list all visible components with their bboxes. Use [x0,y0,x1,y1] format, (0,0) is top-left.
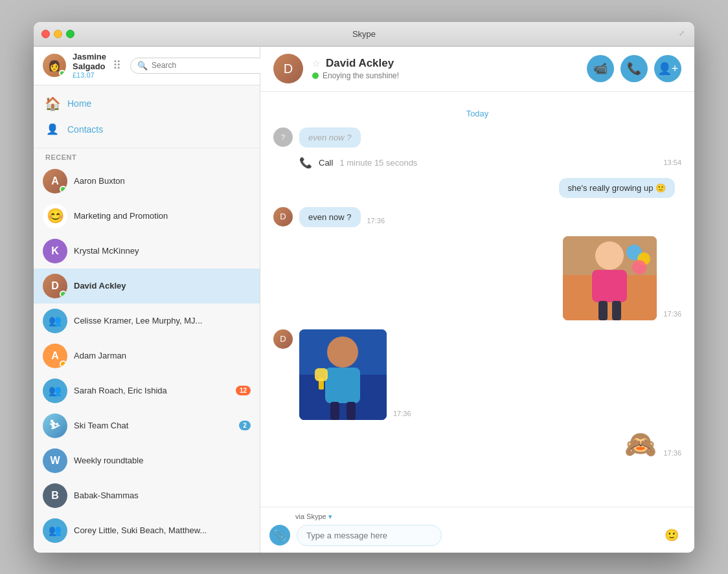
chat-username-row: ☆ David Ackley [312,57,578,70]
search-box[interactable]: 🔍 [130,58,273,74]
status-dot-adam [60,360,67,368]
contact-avatar-marketing: 😊 [43,204,67,228]
maximize-button[interactable] [66,30,74,38]
contact-name-ski: Ski Team Chat [74,421,233,430]
svg-point-2 [595,241,624,270]
contact-avatar-babak: B [43,483,67,508]
contact-item-krystal[interactable]: K Krystal McKinney [34,234,260,269]
contact-avatar-celisse: 👥 [43,309,67,333]
via-skype: via Skype ▾ [269,513,685,521]
status-dot-david [60,291,67,298]
svg-rect-12 [325,368,360,403]
contact-name-corey: Corey Little, Suki Beach, Matthew... [74,525,251,535]
contact-avatar-david: D [43,274,67,298]
contact-avatar-krystal: K [43,239,67,263]
msg-avatar-david2: D [273,329,293,349]
search-icon: 🔍 [137,61,148,71]
video-call-button[interactable]: 📹 [587,55,614,82]
contact-item-aaron[interactable]: A Aaron Buxton [34,164,260,199]
voice-call-button[interactable]: 📞 [620,55,648,82]
svg-rect-3 [592,270,627,302]
contact-name-adam: Adam Jarman [74,351,251,360]
nav-contacts[interactable]: 👤 Contacts [34,116,260,142]
resize-icon[interactable]: ⤢ [679,29,688,38]
call-icon: 📞 [299,157,312,169]
profile-avatar: 👩 [43,54,66,77]
contact-avatar-aaron: A [43,169,67,193]
contact-item-adam[interactable]: A Adam Jarman [34,338,260,373]
star-icon[interactable]: ☆ [312,58,321,69]
message-input-wrapper: 🙂 [297,525,685,546]
badge-ski: 2 [239,421,251,430]
photo-girl [563,236,657,320]
svg-rect-13 [330,402,339,420]
header-right: ⠿ 🔍 [113,58,273,74]
message-row-incoming-text: D even now ? 17:36 [273,207,681,227]
status-dot-aaron [60,186,67,193]
contact-item-babak[interactable]: B Babak-Shammas [34,478,260,513]
svg-rect-14 [347,402,356,420]
contact-item-marketing[interactable]: 😊 Marketing and Promotion [34,199,260,234]
contact-avatar-ski: ⛷ [43,414,67,438]
emoji-button[interactable]: 🙂 [665,528,679,542]
svg-rect-16 [315,368,328,381]
msg-time-emoji: 17:36 [663,449,681,457]
contacts-icon: 👤 [45,122,60,137]
msg-avatar-grey: ? [273,127,293,147]
message-row-emoji: 17:36 🙈 [273,429,681,459]
chat-online-dot [312,72,319,79]
chat-contact-avatar: D [273,54,303,83]
contact-item-david[interactable]: D David Ackley [34,269,260,304]
add-contact-button[interactable]: 👤+ [654,55,681,82]
msg-time-img-in: 17:36 [393,410,411,417]
message-input[interactable] [297,525,442,546]
contact-item-sarah[interactable]: 👥 Sarah Roach, Eric Ishida 12 [34,373,260,408]
message-row-typing: ? even now ? [273,127,681,148]
via-skype-text: via Skype [295,513,326,520]
chat-actions: 📹 📞 👤+ [587,55,681,82]
chat-header: D ☆ David Ackley Enoying the sunshine! 📹… [260,47,694,92]
online-status-dot [59,70,65,76]
date-divider: Today [273,109,681,118]
sidebar: 👩 Jasmine Salgado £13.07 ⠿ 🔍 [34,47,260,553]
chat-area: D ☆ David Ackley Enoying the sunshine! 📹… [260,47,694,553]
contact-name-weekly: Weekly roundtable [74,456,251,465]
svg-point-11 [327,337,358,368]
nav-contacts-label: Contacts [67,124,103,135]
photo-boy [299,329,387,420]
attach-button[interactable]: 📎 [269,525,290,546]
input-row: 📎 🙂 [269,525,685,546]
contact-name-krystal: Krystal McKinney [74,246,251,256]
call-duration: 1 minute 15 seconds [339,158,417,168]
recent-label: RECENT [34,148,260,164]
nav-home[interactable]: 🏠 Home [34,91,260,116]
input-area: via Skype ▾ 📎 🙂 [260,507,694,553]
contact-item-celisse[interactable]: 👥 Celisse Kramer, Lee Murphy, MJ... [34,304,260,338]
contact-item-weekly[interactable]: W Weekly roundtable [34,443,260,478]
call-text: Call [319,158,333,168]
messages-area: Today ? even now ? 📞 Call 1 minute 15 se… [260,92,694,507]
history-item[interactable]: 🕐 History [34,548,260,553]
contact-name-babak: Babak-Shammas [74,491,251,500]
svg-rect-5 [612,301,621,320]
close-button[interactable] [41,30,50,38]
msg-emoji: 🙈 [624,429,657,459]
msg-time-img-out: 17:36 [663,310,681,318]
home-icon: 🏠 [45,96,60,111]
badge-sarah: 12 [236,386,251,395]
via-skype-arrow: ▾ [328,513,332,521]
msg-avatar-david: D [273,207,293,226]
contact-item-corey[interactable]: 👥 Corey Little, Suki Beach, Matthew... [34,513,260,548]
contact-item-ski[interactable]: ⛷ Ski Team Chat 2 [34,408,260,443]
search-input[interactable] [152,61,266,70]
grid-icon[interactable]: ⠿ [113,58,121,72]
contact-avatar-weekly: W [43,448,67,473]
svg-point-8 [632,260,646,274]
traffic-lights [34,30,74,38]
titlebar: Skype ⤢ [34,22,694,47]
contact-avatar-sarah: 👥 [43,379,67,403]
contact-name-marketing: Marketing and Promotion [74,211,251,221]
svg-rect-4 [598,301,608,320]
minimize-button[interactable] [54,30,62,38]
profile-header: 👩 Jasmine Salgado £13.07 ⠿ 🔍 [34,47,260,85]
